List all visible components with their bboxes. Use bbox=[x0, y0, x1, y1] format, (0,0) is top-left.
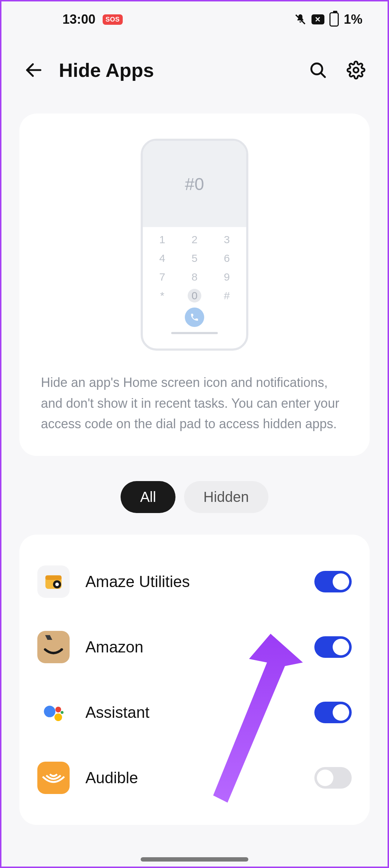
app-icon-amazon bbox=[37, 631, 70, 663]
status-time: 13:00 bbox=[62, 12, 95, 27]
search-button[interactable] bbox=[308, 60, 328, 80]
app-list: Amaze Utilities Amazon Assistant Audible bbox=[19, 535, 370, 825]
toggle-assistant[interactable] bbox=[314, 702, 352, 723]
svg-point-4 bbox=[353, 68, 358, 73]
settings-button[interactable] bbox=[346, 60, 366, 80]
dial-key: # bbox=[216, 289, 238, 303]
svg-line-3 bbox=[321, 73, 325, 77]
app-name: Amazon bbox=[85, 638, 299, 656]
dial-key: 9 bbox=[216, 270, 238, 284]
dial-key: 3 bbox=[216, 233, 238, 246]
svg-point-8 bbox=[55, 582, 59, 586]
app-row-amazon: Amazon bbox=[34, 614, 355, 680]
dial-key: 7 bbox=[151, 270, 173, 284]
dial-key: 6 bbox=[216, 251, 238, 265]
sos-badge: SOS bbox=[103, 14, 123, 25]
page-header: Hide Apps bbox=[1, 37, 388, 103]
dial-key: 5 bbox=[184, 251, 205, 265]
status-indicator-icon: ✕ bbox=[311, 14, 324, 24]
app-row-audible: Audible bbox=[34, 745, 355, 811]
app-icon-assistant bbox=[37, 696, 70, 729]
app-icon-audible bbox=[37, 762, 70, 794]
app-row-assistant: Assistant bbox=[34, 680, 355, 745]
svg-rect-6 bbox=[46, 575, 62, 580]
app-row-amaze-utilities: Amaze Utilities bbox=[34, 549, 355, 614]
svg-rect-9 bbox=[39, 633, 68, 661]
svg-point-13 bbox=[61, 711, 64, 714]
dial-key: * bbox=[151, 289, 173, 303]
call-icon bbox=[185, 308, 204, 327]
mute-icon bbox=[294, 13, 306, 26]
phone-illustration: #0 1 2 3 4 5 6 7 8 9 * 0 # bbox=[141, 139, 248, 351]
toggle-audible[interactable] bbox=[314, 767, 352, 789]
status-bar: 13:00 SOS ✕ 1% bbox=[1, 1, 388, 37]
tab-all[interactable]: All bbox=[121, 481, 175, 513]
battery-icon bbox=[329, 12, 339, 27]
dial-key: 8 bbox=[184, 270, 205, 284]
back-button[interactable] bbox=[23, 59, 44, 81]
dial-key: 2 bbox=[184, 233, 205, 246]
tab-hidden[interactable]: Hidden bbox=[184, 481, 268, 513]
dial-key: 1 bbox=[151, 233, 173, 246]
app-name: Audible bbox=[85, 769, 299, 787]
app-name: Assistant bbox=[85, 703, 299, 721]
toggle-amazon[interactable] bbox=[314, 636, 352, 658]
home-indicator[interactable] bbox=[141, 857, 248, 862]
svg-point-11 bbox=[55, 707, 61, 712]
dial-key: 4 bbox=[151, 251, 173, 265]
battery-percentage: 1% bbox=[344, 12, 362, 27]
filter-tabs: All Hidden bbox=[1, 481, 388, 513]
info-card: #0 1 2 3 4 5 6 7 8 9 * 0 # bbox=[19, 114, 370, 456]
illustration-code: #0 bbox=[143, 141, 246, 227]
svg-point-12 bbox=[55, 713, 62, 721]
app-icon-amaze bbox=[37, 565, 70, 598]
dial-key: 0 bbox=[188, 289, 201, 303]
svg-point-10 bbox=[44, 706, 55, 717]
app-name: Amaze Utilities bbox=[85, 573, 299, 591]
toggle-amaze-utilities[interactable] bbox=[314, 571, 352, 592]
info-text: Hide an app's Home screen icon and notif… bbox=[34, 372, 355, 434]
page-title: Hide Apps bbox=[59, 59, 294, 81]
